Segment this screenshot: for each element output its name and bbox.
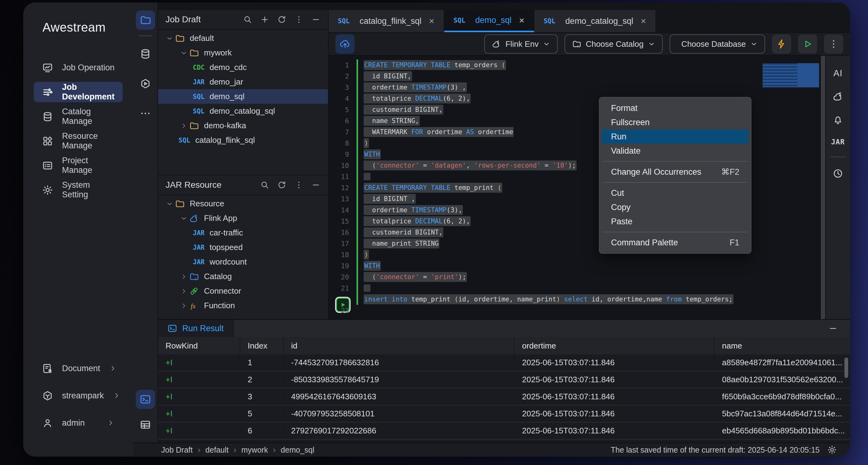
line-number: 20 (329, 273, 356, 281)
tree-item-Function[interactable]: fxFunction (158, 298, 328, 313)
tree-item-Resource[interactable]: Resource (158, 196, 328, 211)
editor-tab-demo_sql[interactable]: SQLdemo_sql× (444, 10, 534, 32)
job-draft-kebab-icon[interactable] (294, 15, 304, 24)
chevron-down-icon (179, 215, 189, 222)
table-cell: 08ae0b1297031f530562e63200... (715, 371, 850, 388)
activity-jobs-button[interactable] (136, 74, 155, 93)
close-tab-icon[interactable]: × (517, 15, 525, 26)
tree-item-catalog_flink_sql[interactable]: SQLcatalog_flink_sql (158, 133, 328, 147)
menu-item-label: Command Palette (611, 238, 678, 247)
context-menu-item-validate[interactable]: Validate (602, 144, 749, 158)
context-menu-item-copy[interactable]: Copy (602, 200, 749, 214)
job-draft-panel: Job Draft defaultmyworkCDCdemo_cdcJARdem… (158, 10, 328, 175)
job-draft-search-icon[interactable] (243, 15, 252, 24)
activity-bar (133, 2, 158, 442)
context-menu-item-command-palette[interactable]: Command PaletteF1 (602, 235, 749, 250)
run-result-tab-label: Run Result (182, 324, 224, 333)
editor-tabbar: SQLcatalog_flink_sql×SQLdemo_sql×SQLdemo… (329, 10, 850, 33)
activity-result-table-button[interactable] (136, 415, 155, 434)
activity-run-result-button[interactable] (136, 390, 155, 409)
sidebar-item-job-development[interactable]: Job Development (34, 82, 123, 102)
breadcrumb-item-demo_sql[interactable]: demo_sql (281, 445, 314, 455)
menu-item-label: Paste (611, 217, 632, 227)
table-scrollbar-thumb[interactable] (844, 358, 848, 378)
app-logo: Awestream (23, 2, 133, 34)
choose-database-select[interactable]: Choose Database (670, 34, 765, 54)
gear-icon[interactable] (827, 445, 837, 455)
jar-resource-kebab-icon[interactable] (294, 180, 304, 190)
tree-item-label: car-traffic (210, 228, 243, 238)
breadcrumb-item-default[interactable]: default (205, 445, 228, 455)
deploy-upload-button[interactable] (335, 34, 354, 54)
tree-item-demo_jar[interactable]: JARdemo_jar (158, 75, 328, 89)
job-draft-refresh-icon[interactable] (277, 15, 286, 24)
sidebar-item-catalog-manage[interactable]: Catalog Manage (34, 106, 123, 127)
context-menu-item-format[interactable]: Format (602, 101, 749, 115)
tree-item-demo_cdc[interactable]: CDCdemo_cdc (158, 60, 328, 75)
job-draft-minus-icon[interactable] (311, 15, 320, 24)
menu-separator (603, 182, 747, 183)
table-row: +I349954261676436091632025-06-15T03:07:1… (158, 389, 850, 405)
sidebar-item-system-setting[interactable]: System Setting (34, 180, 123, 200)
jar-resource-search-icon[interactable] (260, 180, 269, 190)
choose-catalog-select[interactable]: c Choose Catalog (564, 34, 662, 54)
editor-scrollbar[interactable] (821, 56, 825, 319)
context-menu-item-cut[interactable]: Cut (602, 186, 749, 200)
sidebar-item-admin[interactable]: admin (34, 413, 123, 433)
sidebar-item-streampark[interactable]: streampark (34, 386, 123, 406)
tree-item-car-traffic[interactable]: JARcar-traffic (158, 226, 328, 240)
folder-icon (189, 121, 199, 131)
context-menu-item-change-all-occurrences[interactable]: Change All Occurrences⌘F2 (602, 165, 749, 179)
breadcrumb-item-Job Draft[interactable]: Job Draft (161, 445, 192, 455)
tree-item-demo-kafka[interactable]: demo-kafka (158, 118, 328, 133)
tree-item-Connector[interactable]: Connector (158, 284, 328, 298)
close-tab-icon[interactable]: × (638, 16, 646, 26)
editor-minimap[interactable] (763, 63, 819, 87)
table-header-row: RowKindIndexidordertimename (158, 337, 850, 355)
editor-tab-demo_catalog_sql[interactable]: SQLdemo_catalog_sql× (534, 10, 656, 32)
right-strip-jar-button[interactable]: JAR (831, 138, 845, 146)
activity-files-button[interactable] (136, 10, 155, 30)
right-strip-squirrel-icon[interactable] (832, 91, 843, 102)
flink-env-select[interactable]: Flink Env (484, 34, 558, 54)
collapse-result-icon[interactable] (828, 324, 850, 333)
tree-item-Flink App[interactable]: Flink App (158, 211, 328, 226)
context-menu-item-run[interactable]: Run (602, 130, 749, 144)
activity-catalog-button[interactable] (136, 44, 155, 64)
tree-item-Catalog[interactable]: cCatalog (158, 269, 328, 284)
tree-item-topspeed[interactable]: JARtopspeed (158, 240, 328, 255)
activity-more-button[interactable] (136, 104, 155, 123)
table-cell: 2025-06-15T03:07:11.846 (515, 355, 715, 371)
tree-item-label: demo-kafka (204, 121, 246, 130)
tree-item-demo_sql[interactable]: SQLdemo_sql (158, 89, 328, 104)
jar-resource-minus-icon[interactable] (311, 180, 320, 190)
right-strip-ai-button[interactable]: AI (833, 68, 842, 78)
tree-item-mywork[interactable]: mywork (158, 45, 328, 60)
job-draft-plus-icon[interactable] (260, 15, 269, 24)
sidebar-item-resource-manage[interactable]: Resource Manage (34, 131, 123, 151)
right-strip-bell-icon[interactable] (832, 114, 843, 126)
context-menu-item-paste[interactable]: Paste (602, 214, 749, 229)
kebab-menu-icon (828, 39, 839, 49)
jar-resource-refresh-icon[interactable] (277, 180, 286, 190)
breadcrumb-separator: › (273, 445, 276, 455)
validate-button[interactable] (772, 34, 791, 54)
file-type-badge: SQL (454, 17, 465, 24)
sidebar-item-document[interactable]: Document (34, 358, 123, 378)
tree-item-default[interactable]: default (158, 31, 328, 45)
tree-item-demo_catalog_sql[interactable]: SQLdemo_catalog_sql (158, 104, 328, 118)
context-menu-item-fullscreen[interactable]: Fullscreen (602, 115, 749, 130)
run-button[interactable] (798, 34, 817, 54)
editor-tab-catalog_flink_sql[interactable]: SQLcatalog_flink_sql× (329, 10, 444, 32)
close-tab-icon[interactable]: × (427, 16, 435, 26)
tree-item-wordcount[interactable]: JARwordcount (158, 255, 328, 269)
table-cell: 2792769017292022686 (284, 423, 515, 439)
breadcrumb-item-mywork[interactable]: mywork (242, 445, 268, 455)
menu-item-label: Fullscreen (611, 118, 650, 127)
job-draft-title: Job Draft (165, 14, 243, 25)
right-strip-clock-icon[interactable] (832, 168, 843, 179)
run-result-tab[interactable]: Run Result (158, 320, 234, 337)
editor-more-button[interactable] (824, 34, 843, 54)
sidebar-item-project-manage[interactable]: Project Manage (34, 155, 123, 176)
sidebar-item-job-operation[interactable]: Job Operation (34, 57, 123, 78)
